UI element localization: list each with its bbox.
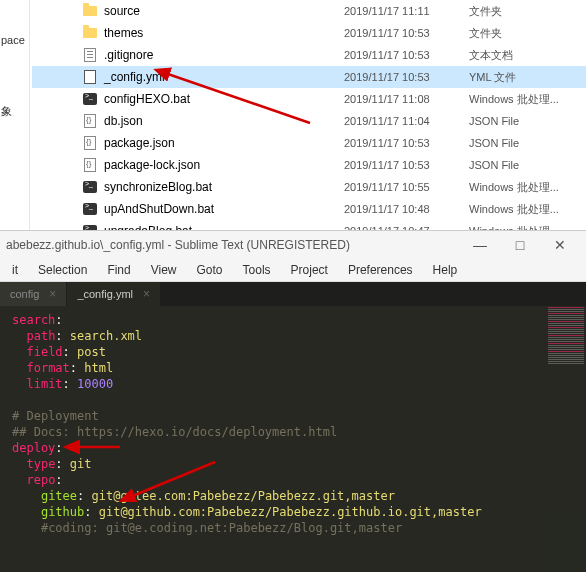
json-icon xyxy=(82,113,98,129)
file-type: Windows 批处理... xyxy=(469,224,559,231)
file-name: upAndShutDown.bat xyxy=(104,202,344,216)
file-name: source xyxy=(104,4,344,18)
menu-item-help[interactable]: Help xyxy=(423,260,468,280)
window-title: abebezz.github.io\_config.yml - Sublime … xyxy=(6,238,460,252)
file-type: 文件夹 xyxy=(469,26,502,41)
file-date: 2019/11/17 10:55 xyxy=(344,181,469,193)
file-row[interactable]: _config.yml2019/11/17 10:53YML 文件 xyxy=(32,66,586,88)
file-explorer-pane: pace 象 source2019/11/17 11:11文件夹themes20… xyxy=(0,0,586,230)
menu-item-preferences[interactable]: Preferences xyxy=(338,260,423,280)
yml-icon xyxy=(82,69,98,85)
maximize-button[interactable]: □ xyxy=(500,237,540,253)
bat-icon xyxy=(82,223,98,230)
close-icon[interactable]: × xyxy=(143,287,150,301)
file-date: 2019/11/17 11:11 xyxy=(344,5,469,17)
menu-item-it[interactable]: it xyxy=(2,260,28,280)
file-name: themes xyxy=(104,26,344,40)
file-name: db.json xyxy=(104,114,344,128)
file-type: 文件夹 xyxy=(469,4,502,19)
file-row[interactable]: .gitignore2019/11/17 10:53文本文档 xyxy=(32,44,586,66)
menu-bar: itSelectionFindViewGotoToolsProjectPrefe… xyxy=(0,258,586,282)
file-date: 2019/11/17 10:48 xyxy=(344,203,469,215)
folder-icon xyxy=(82,25,98,41)
editor-tab[interactable]: config× xyxy=(0,282,66,306)
file-row[interactable]: configHEXO.bat2019/11/17 11:08Windows 批处… xyxy=(32,88,586,110)
file-row[interactable]: source2019/11/17 11:11文件夹 xyxy=(32,0,586,22)
menu-item-project[interactable]: Project xyxy=(281,260,338,280)
tab-strip: config×_config.yml× xyxy=(0,282,586,306)
file-type: YML 文件 xyxy=(469,70,516,85)
close-icon[interactable]: × xyxy=(49,287,56,301)
sidebar-text: 象 xyxy=(0,100,29,123)
file-name: upgradeBlog.bat xyxy=(104,224,344,230)
menu-item-tools[interactable]: Tools xyxy=(233,260,281,280)
menu-item-goto[interactable]: Goto xyxy=(187,260,233,280)
tab-label: config xyxy=(10,288,39,300)
editor-pane: config×_config.yml× search: path: search… xyxy=(0,282,586,572)
sidebar-text: pace xyxy=(0,30,29,50)
file-row[interactable]: upAndShutDown.bat2019/11/17 10:48Windows… xyxy=(32,198,586,220)
file-date: 2019/11/17 11:04 xyxy=(344,115,469,127)
file-date: 2019/11/17 10:53 xyxy=(344,49,469,61)
json-icon xyxy=(82,135,98,151)
menu-item-selection[interactable]: Selection xyxy=(28,260,97,280)
file-date: 2019/11/17 10:53 xyxy=(344,27,469,39)
file-type: Windows 批处理... xyxy=(469,92,559,107)
txt-icon xyxy=(82,47,98,63)
file-type: Windows 批处理... xyxy=(469,202,559,217)
window-title-bar: abebezz.github.io\_config.yml - Sublime … xyxy=(0,230,586,258)
close-button[interactable]: ✕ xyxy=(540,237,580,253)
sidebar-fragment: pace 象 xyxy=(0,0,30,230)
code-area[interactable]: search: path: search.xml field: post for… xyxy=(0,306,586,542)
editor-tab[interactable]: _config.yml× xyxy=(67,282,160,306)
bat-icon xyxy=(82,91,98,107)
file-row[interactable]: themes2019/11/17 10:53文件夹 xyxy=(32,22,586,44)
file-date: 2019/11/17 10:47 xyxy=(344,225,469,230)
file-type: JSON File xyxy=(469,115,519,127)
bat-icon xyxy=(82,179,98,195)
menu-item-find[interactable]: Find xyxy=(97,260,140,280)
file-date: 2019/11/17 10:53 xyxy=(344,137,469,149)
file-list: source2019/11/17 11:11文件夹themes2019/11/1… xyxy=(32,0,586,230)
file-date: 2019/11/17 10:53 xyxy=(344,71,469,83)
file-type: JSON File xyxy=(469,137,519,149)
file-name: package-lock.json xyxy=(104,158,344,172)
file-date: 2019/11/17 10:53 xyxy=(344,159,469,171)
file-name: _config.yml xyxy=(104,70,344,84)
file-name: package.json xyxy=(104,136,344,150)
file-type: 文本文档 xyxy=(469,48,513,63)
menu-item-view[interactable]: View xyxy=(141,260,187,280)
minimize-button[interactable]: — xyxy=(460,237,500,253)
file-type: JSON File xyxy=(469,159,519,171)
minimap[interactable] xyxy=(546,306,586,572)
file-type: Windows 批处理... xyxy=(469,180,559,195)
file-row[interactable]: db.json2019/11/17 11:04JSON File xyxy=(32,110,586,132)
file-name: synchronizeBlog.bat xyxy=(104,180,344,194)
folder-icon xyxy=(82,3,98,19)
file-row[interactable]: synchronizeBlog.bat2019/11/17 10:55Windo… xyxy=(32,176,586,198)
file-row[interactable]: package-lock.json2019/11/17 10:53JSON Fi… xyxy=(32,154,586,176)
json-icon xyxy=(82,157,98,173)
file-name: configHEXO.bat xyxy=(104,92,344,106)
file-date: 2019/11/17 11:08 xyxy=(344,93,469,105)
file-row[interactable]: upgradeBlog.bat2019/11/17 10:47Windows 批… xyxy=(32,220,586,230)
tab-label: _config.yml xyxy=(77,288,133,300)
file-row[interactable]: package.json2019/11/17 10:53JSON File xyxy=(32,132,586,154)
file-name: .gitignore xyxy=(104,48,344,62)
bat-icon xyxy=(82,201,98,217)
